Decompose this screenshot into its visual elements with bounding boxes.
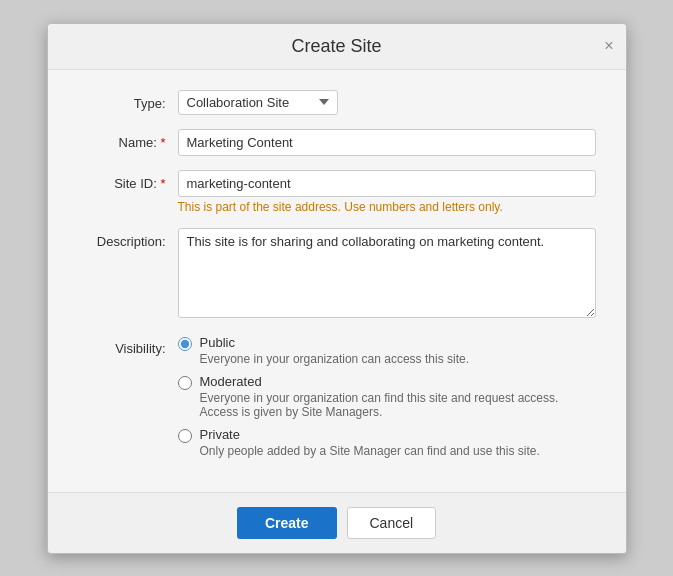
description-textarea[interactable]: This site is for sharing and collaborati… [178, 228, 596, 318]
name-input[interactable] [178, 129, 596, 156]
visibility-moderated-content: Moderated Everyone in your organization … [200, 374, 596, 419]
dialog-footer: Create Cancel [48, 492, 626, 553]
site-id-label: Site ID: * [78, 170, 178, 191]
site-id-row: Site ID: * This is part of the site addr… [78, 170, 596, 214]
visibility-public-content: Public Everyone in your organization can… [200, 335, 469, 366]
name-required: * [160, 135, 165, 150]
dialog-header: Create Site × [48, 24, 626, 70]
name-label: Name: * [78, 129, 178, 150]
visibility-public-option: Public Everyone in your organization can… [178, 335, 596, 366]
visibility-moderated-radio[interactable] [178, 376, 192, 390]
cancel-button[interactable]: Cancel [347, 507, 437, 539]
type-control: Collaboration Site Document Library Proj… [178, 90, 596, 115]
description-row: Description: This site is for sharing an… [78, 228, 596, 321]
dialog-title: Create Site [291, 36, 381, 56]
visibility-label: Visibility: [78, 335, 178, 356]
visibility-options: Public Everyone in your organization can… [178, 335, 596, 458]
description-control: This site is for sharing and collaborati… [178, 228, 596, 321]
create-site-dialog: Create Site × Type: Collaboration Site D… [47, 23, 627, 554]
description-label: Description: [78, 228, 178, 249]
visibility-public-desc: Everyone in your organization can access… [200, 352, 469, 366]
visibility-private-content: Private Only people added by a Site Mana… [200, 427, 540, 458]
type-row: Type: Collaboration Site Document Librar… [78, 90, 596, 115]
site-id-hint: This is part of the site address. Use nu… [178, 200, 596, 214]
site-id-input[interactable] [178, 170, 596, 197]
visibility-row: Visibility: Public Everyone in your orga… [78, 335, 596, 458]
dialog-body: Type: Collaboration Site Document Librar… [48, 70, 626, 492]
visibility-moderated-desc: Everyone in your organization can find t… [200, 391, 596, 419]
visibility-moderated-label: Moderated [200, 374, 596, 389]
visibility-private-option: Private Only people added by a Site Mana… [178, 427, 596, 458]
visibility-public-radio[interactable] [178, 337, 192, 351]
visibility-private-radio[interactable] [178, 429, 192, 443]
visibility-moderated-option: Moderated Everyone in your organization … [178, 374, 596, 419]
name-control [178, 129, 596, 156]
type-select[interactable]: Collaboration Site Document Library Proj… [178, 90, 338, 115]
visibility-private-label: Private [200, 427, 540, 442]
type-label: Type: [78, 90, 178, 111]
close-button[interactable]: × [604, 38, 613, 54]
site-id-control: This is part of the site address. Use nu… [178, 170, 596, 214]
create-button[interactable]: Create [237, 507, 337, 539]
visibility-private-desc: Only people added by a Site Manager can … [200, 444, 540, 458]
site-id-required: * [160, 176, 165, 191]
name-row: Name: * [78, 129, 596, 156]
visibility-public-label: Public [200, 335, 469, 350]
